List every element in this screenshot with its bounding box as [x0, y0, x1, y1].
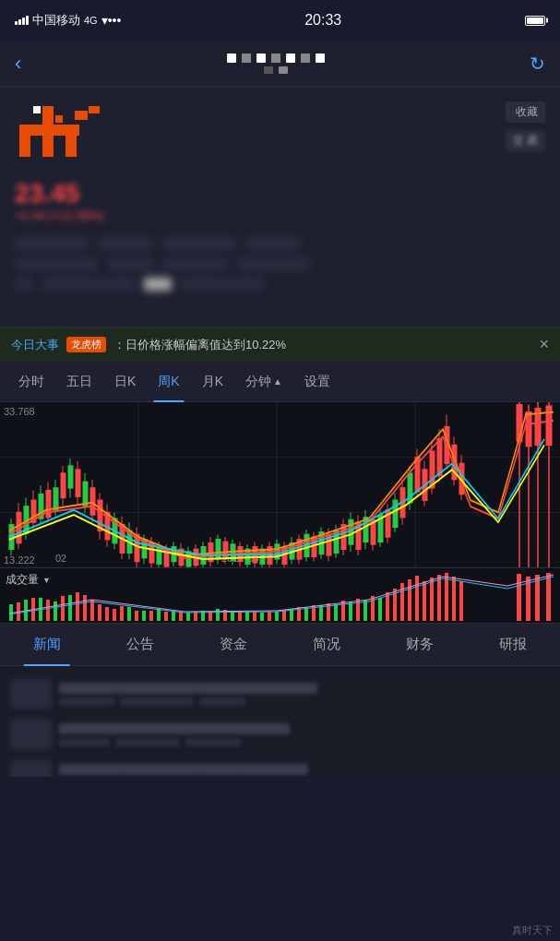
network-type: 4G [84, 15, 98, 26]
stock-logo [15, 101, 107, 171]
ticker-close-button[interactable]: × [539, 335, 549, 354]
tab-fenzhong[interactable]: 分钟 ▲ [234, 362, 293, 402]
header-dots [227, 54, 325, 74]
svg-rect-209 [517, 574, 521, 621]
tab-wuri[interactable]: 五日 [55, 362, 103, 402]
btab-research[interactable]: 研报 [467, 624, 560, 666]
news-content-1 [59, 683, 549, 706]
back-button[interactable]: ‹ [15, 52, 21, 76]
volume-arrow-icon[interactable]: ▼ [42, 576, 51, 585]
svg-rect-177 [98, 604, 101, 621]
svg-rect-162 [275, 612, 279, 621]
svg-rect-156 [186, 613, 190, 621]
news-content-3 [59, 764, 549, 778]
list-item[interactable] [0, 714, 560, 755]
svg-rect-173 [61, 596, 65, 621]
svg-rect-174 [76, 592, 79, 621]
svg-rect-151 [68, 595, 72, 621]
ticker-text: ：日价格涨幅偏离值达到10.22% [113, 337, 531, 353]
svg-rect-6 [55, 115, 63, 123]
volume-area: 成交量 ▼ [0, 567, 560, 623]
svg-rect-158 [216, 609, 220, 621]
svg-rect-212 [546, 573, 551, 621]
list-item[interactable] [0, 673, 560, 714]
svg-rect-181 [135, 611, 138, 621]
svg-rect-186 [209, 612, 212, 621]
svg-rect-160 [245, 612, 249, 621]
svg-rect-196 [356, 599, 360, 621]
chart-tabs: 分时 五日 日K 周K 月K 分钟 ▲ 设置 [0, 362, 560, 402]
svg-rect-189 [253, 612, 256, 621]
svg-rect-205 [437, 575, 441, 621]
volume-label-text: 成交量 [6, 572, 39, 588]
carrier-label: 中国移动 [32, 12, 80, 29]
svg-rect-167 [349, 602, 352, 621]
svg-rect-202 [415, 576, 419, 621]
svg-rect-163 [290, 609, 293, 621]
svg-rect-154 [157, 609, 161, 621]
refresh-button[interactable]: ↻ [530, 53, 545, 75]
svg-rect-150 [54, 602, 57, 621]
svg-rect-175 [83, 595, 87, 621]
tab-zhouk[interactable]: 周K [147, 362, 190, 402]
btab-brief[interactable]: 简况 [280, 624, 374, 666]
watermark: 真时天下 [512, 923, 553, 937]
list-item[interactable] [0, 755, 560, 777]
svg-rect-207 [452, 577, 456, 621]
svg-rect-161 [260, 613, 264, 621]
svg-rect-183 [164, 612, 168, 621]
btab-capital[interactable]: 资金 [186, 624, 280, 666]
status-time: 20:33 [304, 12, 341, 29]
chart-container: 33.768 13.222 02 2017-08 [0, 402, 560, 624]
tab-settings[interactable]: 设置 [293, 362, 341, 402]
btab-notice[interactable]: 公告 [93, 624, 186, 666]
tab-rik[interactable]: 日K [103, 362, 147, 402]
header-nav: ‹ ↻ [0, 41, 560, 87]
price-display: 23.45 +2.34 (+11.08%) [15, 179, 104, 222]
fenzhong-arrow-icon: ▲ [273, 376, 282, 387]
svg-rect-204 [430, 578, 434, 621]
battery-icon [525, 16, 545, 26]
svg-rect-165 [319, 605, 323, 621]
svg-rect-153 [142, 611, 146, 621]
news-thumb-3 [11, 760, 52, 777]
svg-rect-169 [378, 598, 382, 621]
signal-bars-icon [15, 16, 29, 25]
volume-chart-svg [0, 572, 560, 623]
svg-rect-182 [149, 611, 153, 621]
trade-button[interactable]: 交 易 [506, 130, 545, 151]
svg-rect-166 [334, 604, 338, 621]
svg-rect-190 [268, 612, 271, 621]
svg-rect-152 [127, 607, 131, 621]
svg-rect-8 [89, 106, 100, 113]
svg-rect-164 [304, 607, 308, 621]
news-thumb-2 [11, 720, 52, 749]
news-content-2 [59, 723, 549, 746]
svg-rect-201 [408, 579, 411, 621]
ticker-label: 今日大事 [11, 337, 59, 353]
svg-rect-5 [33, 106, 41, 113]
svg-rect-184 [179, 613, 183, 621]
stock-info-grid [0, 230, 560, 291]
tab-yuek[interactable]: 月K [191, 362, 234, 402]
svg-rect-4 [42, 125, 79, 136]
svg-rect-168 [363, 600, 367, 621]
ticker-badge: 龙虎榜 [66, 337, 106, 352]
news-thumb-1 [11, 679, 52, 709]
bottom-tabs: 新闻 公告 资金 简况 财务 研报 [0, 624, 560, 666]
collect-button[interactable]: 收藏 [506, 101, 545, 123]
btab-news[interactable]: 新闻 [0, 624, 93, 666]
svg-rect-172 [46, 600, 50, 621]
tab-fenshi[interactable]: 分时 [7, 362, 55, 402]
svg-rect-203 [423, 581, 426, 621]
wifi-icon: ▾••• [101, 13, 122, 28]
svg-rect-178 [105, 607, 109, 621]
svg-rect-195 [341, 601, 345, 621]
svg-rect-208 [459, 581, 463, 621]
stock-panel: 收藏 交 易 23.45 +2.34 (+11.08%) [0, 87, 560, 327]
svg-rect-191 [282, 610, 286, 621]
news-list [0, 666, 560, 777]
btab-finance[interactable]: 财务 [374, 624, 467, 666]
status-bar: 中国移动 4G ▾••• 20:33 [0, 0, 560, 41]
svg-rect-206 [445, 573, 448, 621]
